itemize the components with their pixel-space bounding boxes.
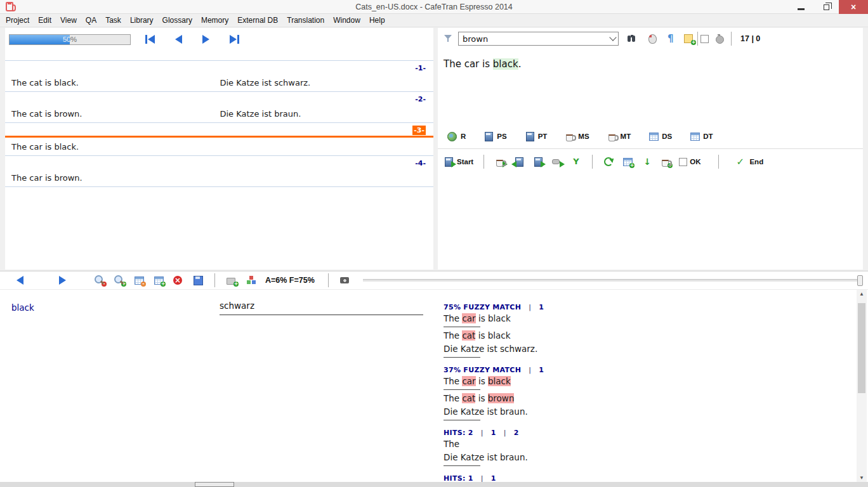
menu-task[interactable]: Task [101, 14, 126, 27]
scroll-up-icon[interactable]: ▲ [857, 291, 867, 297]
match-line[interactable]: The car is black [444, 312, 853, 325]
add-entry-icon[interactable] [153, 275, 164, 286]
segment-source-text[interactable]: The cat is black. [5, 78, 220, 88]
add-note-icon[interactable] [683, 33, 695, 44]
resource-ds[interactable]: DS [648, 131, 672, 142]
combo-dropdown-icon[interactable] [609, 34, 616, 41]
segment-counter: 17 | 0 [740, 34, 760, 43]
restore-button[interactable] [813, 0, 839, 14]
menu-view[interactable]: View [56, 14, 81, 27]
segment-source-text[interactable]: The car is brown. [5, 173, 220, 183]
horizontal-scroll-thumb[interactable] [195, 482, 234, 487]
insert-down-icon[interactable] [641, 156, 652, 167]
table-icon [689, 131, 700, 142]
term-target-input[interactable]: schwarz [220, 301, 423, 315]
add-memory-icon[interactable] [660, 156, 671, 167]
zoom-out-icon[interactable] [94, 275, 105, 286]
resource-pt[interactable]: PT [524, 131, 548, 142]
slider-thumb[interactable] [857, 275, 863, 286]
match-line[interactable]: The cat is black [444, 329, 853, 342]
save-icon[interactable] [192, 275, 204, 286]
segment-target-text[interactable]: Die Katze ist braun. [220, 109, 434, 119]
search-toolbar: 17 | 0 [438, 28, 863, 49]
alarm-icon[interactable] [714, 33, 726, 44]
book-forward-icon[interactable] [532, 156, 544, 167]
segment[interactable]: -2-The cat is brown.Die Katze ist braun. [5, 92, 433, 123]
end-button[interactable]: End [735, 156, 763, 167]
menu-translation[interactable]: Translation [282, 14, 329, 27]
zoom-in-icon[interactable] [114, 275, 125, 286]
resource-r[interactable]: R [447, 131, 466, 142]
menu-glossary[interactable]: Glossary [158, 14, 197, 27]
snapshot-icon[interactable] [339, 275, 351, 286]
menu-project[interactable]: Project [1, 14, 34, 27]
resource-dt[interactable]: DT [689, 131, 713, 142]
mouse-icon[interactable] [647, 33, 658, 44]
add-table-entry-icon[interactable] [622, 156, 633, 167]
segment-source-text[interactable]: The cat is brown. [5, 109, 220, 119]
horizontal-scrollbar[interactable] [0, 482, 868, 487]
menu-external-db[interactable]: External DB [233, 14, 282, 27]
resource-ms[interactable]: MS [564, 131, 589, 142]
book-icon [483, 131, 494, 142]
term-previous-button[interactable] [16, 276, 23, 285]
previous-segment-button[interactable] [175, 35, 182, 44]
segment[interactable]: -3-The car is black. [5, 123, 433, 156]
add-package-icon[interactable] [226, 275, 237, 286]
remove-entry-icon[interactable] [133, 275, 145, 286]
minimize-button[interactable] [788, 0, 813, 14]
toolbar-checkbox[interactable] [700, 35, 709, 43]
match-line[interactable]: The car is black [444, 375, 853, 388]
close-button[interactable]: × [839, 0, 868, 14]
bottom-toolbar: A=6% F=75% [0, 271, 868, 290]
term-next-button[interactable] [59, 276, 66, 285]
ok-control[interactable]: OK [679, 158, 700, 166]
cup-forward-icon[interactable] [494, 156, 506, 167]
segment[interactable]: -1-The cat is black.Die Katze ist schwar… [5, 61, 433, 92]
segment-source-text[interactable]: The car is black. [5, 142, 220, 152]
book-back-icon[interactable] [513, 156, 525, 167]
pilcrow-icon[interactable] [666, 33, 677, 44]
match-line[interactable]: Die Katze ist braun. [444, 451, 853, 464]
filter-icon[interactable] [443, 33, 454, 44]
resource-ps[interactable]: PS [483, 131, 506, 142]
match-line[interactable]: Die Katze ist braun. [444, 405, 853, 419]
source-editor[interactable]: The car is black. [444, 58, 863, 70]
match-line[interactable]: The cat is brown [444, 392, 853, 405]
segment-number: -1- [415, 64, 426, 72]
menu-qa[interactable]: QA [81, 14, 101, 27]
titlebar: Cats_en-US.docx - CafeTran Espresso 2014… [0, 0, 868, 14]
split-segment-icon[interactable] [570, 156, 582, 167]
match-line[interactable]: Die Katze ist schwarz. [444, 342, 853, 356]
vertical-scroll-thumb[interactable] [858, 303, 865, 393]
search-input[interactable] [459, 32, 606, 45]
next-icon [59, 276, 66, 285]
search-combobox[interactable] [458, 32, 619, 46]
menu-help[interactable]: Help [365, 14, 390, 27]
zoom-slider[interactable] [363, 279, 863, 282]
last-segment-button[interactable] [230, 35, 240, 44]
search-icon[interactable] [626, 33, 638, 44]
segment-target-text[interactable]: Die Katze ist schwarz. [220, 78, 434, 88]
segment-grid-panel: 50% 50% -1-The cat is black.Die Katze is… [5, 28, 433, 269]
segment[interactable]: -4-The car is brown. [5, 156, 433, 187]
vertical-scrollbar[interactable]: ▲ ▼ [857, 290, 867, 482]
link-forward-icon[interactable] [551, 156, 563, 167]
menu-memory[interactable]: Memory [197, 14, 233, 27]
table-icon [648, 131, 659, 142]
menu-edit[interactable]: Edit [34, 14, 56, 27]
match-statistics: A=6% F=75% [265, 276, 315, 285]
term-source: black [11, 302, 34, 313]
scroll-down-icon[interactable]: ▼ [857, 475, 867, 481]
start-button[interactable]: Start [443, 156, 473, 167]
ok-checkbox[interactable] [679, 158, 687, 166]
resource-mt[interactable]: MT [607, 131, 631, 142]
menu-window[interactable]: Window [329, 14, 365, 27]
first-segment-button[interactable] [145, 35, 155, 44]
delete-icon[interactable] [173, 275, 184, 286]
match-line[interactable]: The [444, 438, 853, 451]
refresh-icon[interactable] [603, 156, 614, 167]
segment-grid: -1-The cat is black.Die Katze ist schwar… [5, 60, 433, 187]
next-segment-button[interactable] [202, 35, 209, 44]
menu-library[interactable]: Library [126, 14, 158, 27]
